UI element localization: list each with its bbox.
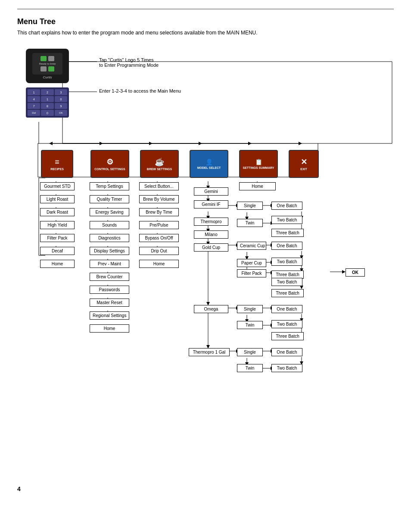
omega-threebatch[interactable]: Three Batch [271, 332, 304, 340]
model-omega[interactable]: Omega [194, 305, 228, 313]
icon-exit[interactable]: ✕ EXIT [289, 150, 319, 178]
ctrl-item-0[interactable]: Temp Settings [90, 182, 129, 190]
recipes-item-6[interactable]: Home [40, 260, 75, 268]
diagram-area: Ready to brew Curtis 123 410 789 Del0OK … [17, 44, 392, 497]
gc-ceramic-onebatch[interactable]: One Batch [271, 242, 302, 250]
recipes-item-5[interactable]: Decaf [40, 247, 75, 255]
brew-item-5[interactable]: Drip Out [139, 247, 179, 255]
svg-marker-105 [342, 270, 346, 274]
t1gal-twin[interactable]: Twin [237, 364, 263, 372]
ctrl-item-4[interactable]: Diagnostics [90, 234, 129, 242]
summary-home[interactable]: Home [239, 182, 276, 190]
page-title: Menu Tree [17, 17, 394, 26]
ctrl-item-6[interactable]: Prev - Maint [90, 260, 129, 268]
svg-marker-10 [149, 142, 153, 145]
omega-twin[interactable]: Twin [237, 321, 263, 329]
svg-marker-8 [100, 142, 103, 145]
brew-item-1[interactable]: Brew By Volume [139, 195, 179, 203]
ctrl-item-7[interactable]: Brew Counter [90, 273, 129, 281]
annot-label-1: Tap "Curtis" Logo 5 Timesto Enter Progra… [99, 57, 159, 68]
annot-label-2: Enter 1-2-3-4 to access the Main Menu [99, 88, 181, 93]
icon-summary[interactable]: 📋 SETTINGS SUMMARY [239, 150, 278, 178]
goldcup-paper[interactable]: Paper Cup [237, 259, 266, 267]
goldcup-filterpack[interactable]: Filter Pack [237, 269, 266, 277]
t1gal-single[interactable]: Single [237, 348, 263, 356]
ctrl-item-3[interactable]: Sounds [90, 221, 129, 229]
brew-item-4[interactable]: Bypass On/Off [139, 234, 179, 242]
recipes-item-4[interactable]: Filter Pack [40, 234, 75, 242]
goldcup-ceramic[interactable]: Ceramic Cup [237, 242, 266, 250]
device-display: Ready to brew Curtis [26, 49, 69, 83]
omega-onebatch[interactable]: One Batch [271, 305, 302, 313]
omega-single[interactable]: Single [237, 305, 263, 313]
model-gemini[interactable]: Gemini [194, 187, 228, 196]
model-goldcup[interactable]: Gold Cup [194, 243, 228, 252]
brew-item-6[interactable]: Home [139, 260, 179, 268]
model-thermopro[interactable]: Thermopro [194, 218, 228, 226]
subtitle: This chart explains how to enter the pro… [17, 30, 394, 36]
ctrl-item-2[interactable]: Energy Saving [90, 208, 129, 216]
ctrl-item-8[interactable]: Passwords [90, 286, 129, 294]
connectors-svg [17, 44, 392, 497]
svg-marker-12 [199, 142, 202, 145]
model-geminiIF[interactable]: Gemini IF [194, 200, 228, 208]
ctrl-item-5[interactable]: Display Settings [90, 247, 129, 255]
ctrl-item-1[interactable]: Quality Timer [90, 195, 129, 203]
recipes-item-3[interactable]: High Yield [40, 221, 75, 229]
svg-marker-14 [248, 142, 252, 145]
recipes-item-2[interactable]: Dark Roast [40, 208, 75, 216]
geminiIF-single[interactable]: Single [237, 202, 263, 210]
gc-paper-threebatch[interactable]: Three Batch [271, 289, 304, 297]
ctrl-item-9[interactable]: Master Reset [90, 299, 129, 307]
brew-item-0[interactable]: Select Button... [139, 182, 179, 190]
model-milano[interactable]: Milano [194, 230, 228, 239]
icon-model[interactable]: 👤 MODEL SELECT [190, 150, 228, 178]
ctrl-item-10[interactable]: Regional Settings [90, 311, 129, 320]
brew-item-3[interactable]: Pre/Pulse [139, 221, 179, 229]
ctrl-item-11[interactable]: Home [90, 324, 129, 333]
t1gal-onebatch[interactable]: One Batch [271, 348, 302, 356]
omega-twobatch[interactable]: Two Batch [271, 320, 302, 328]
svg-marker-111 [300, 286, 303, 289]
ok-box[interactable]: OK [346, 268, 365, 277]
geminiIF-twin[interactable]: Twin [237, 219, 263, 227]
t1gal-twobatch[interactable]: Two Batch [271, 364, 302, 372]
icon-control[interactable]: ⚙ CONTROL SETTINGS [90, 150, 129, 178]
gc-ceramic-twobatch[interactable]: Two Batch [271, 258, 302, 266]
icon-recipes[interactable]: ≡ RECIPES [41, 150, 73, 178]
geminiIF-onebatch[interactable]: One Batch [271, 202, 302, 210]
gc-paper-twobatch[interactable]: Two Batch [271, 278, 302, 286]
recipes-item-1[interactable]: Light Roast [40, 195, 75, 203]
device-keypad: 123 410 789 Del0OK [26, 87, 69, 118]
brew-item-2[interactable]: Brew By Time [139, 208, 179, 216]
geminiIF-threebatch[interactable]: Three Batch [271, 229, 304, 237]
svg-marker-6 [49, 142, 53, 145]
geminiIF-twobatch[interactable]: Two Batch [271, 216, 302, 224]
icon-brew[interactable]: ☕ BREW SETTINGS [140, 150, 179, 178]
recipes-item-0[interactable]: Gourmet STD [40, 182, 75, 190]
model-thermo1gal[interactable]: Thermopro 1 Gal [189, 348, 230, 356]
page-number: 4 [17, 485, 21, 492]
svg-marker-16 [299, 142, 302, 145]
